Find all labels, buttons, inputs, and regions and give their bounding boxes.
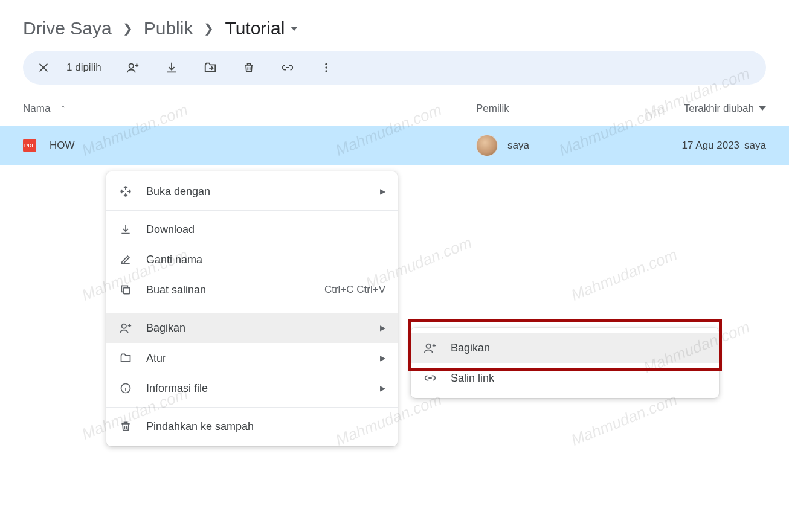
chevron-right-icon: ▶ — [380, 354, 385, 362]
svg-rect-4 — [124, 288, 130, 294]
menu-make-copy-label: Buat salinan — [146, 284, 311, 296]
menu-download-label: Download — [146, 223, 385, 236]
menu-open-with-label: Buka dengan — [146, 185, 385, 198]
link-icon — [423, 371, 437, 385]
menu-trash-label: Pindahkan ke sampah — [146, 420, 385, 433]
svg-point-1 — [325, 63, 327, 65]
menu-open-with[interactable]: Buka dengan ▶ — [106, 176, 398, 207]
watermark: Mahmudan.com — [568, 245, 680, 305]
svg-point-3 — [325, 70, 327, 72]
menu-organize[interactable]: Atur ▶ — [106, 343, 398, 373]
submenu-share[interactable]: Bagikan — [411, 333, 719, 363]
copy-icon — [118, 284, 133, 296]
menu-share-label: Bagikan — [146, 322, 385, 335]
download-button[interactable] — [159, 56, 184, 80]
breadcrumb-mid[interactable]: Publik — [144, 18, 193, 39]
caret-down-icon — [291, 27, 298, 31]
modified-date: 17 Agu 2023 — [682, 139, 739, 152]
chevron-right-icon: ▶ — [380, 384, 385, 393]
breadcrumb-current[interactable]: Tutorial — [225, 18, 298, 39]
menu-separator — [106, 309, 398, 309]
menu-trash[interactable]: Pindahkan ke sampah — [106, 411, 398, 441]
submenu-copy-link-label: Salin link — [451, 372, 707, 385]
watermark: Mahmudan.com — [568, 390, 680, 450]
file-row[interactable]: PDF HOW saya 17 Agu 2023 saya — [0, 126, 789, 165]
info-icon — [118, 382, 133, 394]
menu-rename-label: Ganti nama — [146, 254, 385, 266]
svg-point-7 — [427, 344, 431, 348]
more-options-button[interactable] — [314, 56, 338, 80]
modified-by: saya — [744, 139, 766, 152]
breadcrumb-current-label: Tutorial — [225, 18, 285, 39]
header-modified[interactable]: Terakhir diubah — [684, 103, 754, 115]
breadcrumb: Drive Saya ❯ Publik ❯ Tutorial — [0, 0, 789, 51]
menu-file-info-label: Informasi file — [146, 382, 385, 395]
svg-point-0 — [129, 64, 133, 68]
menu-download[interactable]: Download — [106, 214, 398, 245]
svg-point-5 — [122, 324, 126, 328]
header-owner[interactable]: Pemilik — [476, 103, 663, 115]
menu-organize-label: Atur — [146, 352, 385, 365]
submenu-copy-link[interactable]: Salin link — [411, 363, 719, 393]
menu-separator — [106, 407, 398, 408]
owner-avatar — [476, 135, 498, 156]
file-name: HOW — [50, 139, 75, 152]
caret-down-icon — [759, 106, 766, 111]
svg-point-2 — [325, 66, 327, 68]
pdf-file-icon: PDF — [23, 139, 36, 152]
selection-toolbar: 1 dipilih — [23, 51, 766, 85]
open-with-icon — [118, 185, 133, 198]
menu-separator — [106, 210, 398, 211]
close-selection-button[interactable] — [31, 56, 56, 80]
submenu-share-label: Bagikan — [451, 342, 707, 354]
share-button[interactable] — [121, 56, 145, 80]
share-icon — [118, 321, 133, 335]
get-link-button[interactable] — [275, 56, 300, 80]
header-name[interactable]: Nama — [23, 103, 50, 115]
chevron-right-icon: ▶ — [380, 324, 385, 332]
menu-make-copy[interactable]: Buat salinan Ctrl+C Ctrl+V — [106, 275, 398, 305]
menu-make-copy-shortcut: Ctrl+C Ctrl+V — [324, 284, 385, 296]
share-submenu: Bagikan Salin link — [411, 328, 719, 398]
move-button[interactable] — [198, 56, 222, 80]
rename-icon — [118, 254, 133, 266]
delete-button[interactable] — [237, 56, 261, 80]
owner-name: saya — [507, 139, 529, 152]
share-icon — [423, 341, 437, 354]
download-icon — [118, 223, 133, 236]
trash-icon — [118, 420, 133, 432]
context-menu: Buka dengan ▶ Download Ganti nama Buat s… — [106, 171, 398, 446]
menu-file-info[interactable]: Informasi file ▶ — [106, 373, 398, 403]
menu-share[interactable]: Bagikan ▶ — [106, 313, 398, 343]
breadcrumb-root[interactable]: Drive Saya — [23, 18, 112, 39]
folder-icon — [118, 352, 133, 364]
table-header: Nama ↑ Pemilik Terakhir diubah — [0, 85, 789, 126]
chevron-right-icon: ❯ — [204, 21, 214, 36]
menu-rename[interactable]: Ganti nama — [106, 245, 398, 275]
chevron-right-icon: ❯ — [123, 21, 133, 36]
chevron-right-icon: ▶ — [380, 187, 385, 196]
sort-arrow-up-icon[interactable]: ↑ — [60, 101, 66, 115]
selection-count: 1 dipilih — [66, 62, 101, 74]
